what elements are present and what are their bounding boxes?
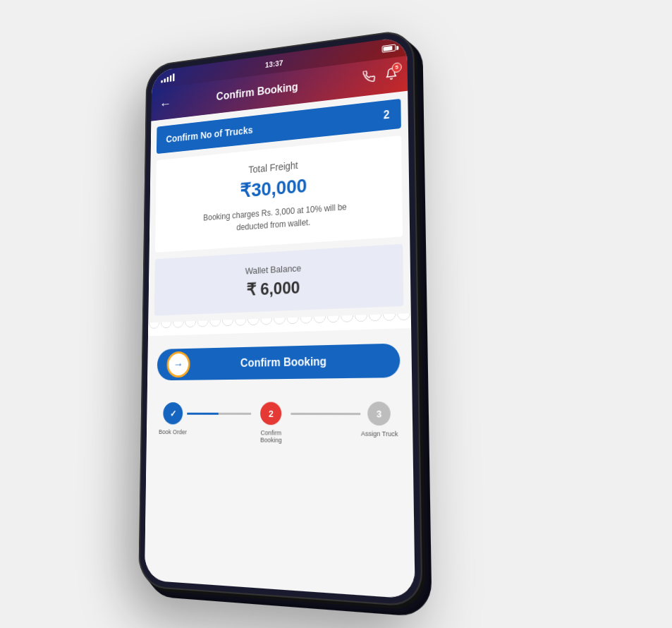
carrier-text [161, 73, 174, 83]
battery-indicator [381, 44, 396, 52]
phone-inner: 13:37 ← Confirm Booking [144, 36, 415, 599]
status-time: 13:37 [264, 59, 282, 69]
step-3-label: Assign Truck [360, 430, 398, 437]
step-1-circle: ✓ [163, 402, 183, 424]
freight-section: Total Freight ₹30,000 Booking charges Rs… [155, 135, 403, 253]
notification-icon[interactable]: 5 [384, 66, 397, 84]
notification-badge: 5 [391, 61, 401, 73]
step-confirm-booking: 2 Confirm Booking [251, 402, 291, 445]
zigzag-separator [147, 313, 410, 336]
trucks-count: 2 [383, 109, 389, 122]
confirm-btn-label: Confirm Booking [240, 355, 326, 369]
phone-icon[interactable] [362, 69, 375, 87]
freight-note: Booking charges Rs. 3,000 at 10% will be… [197, 200, 353, 237]
scene: 13:37 ← Confirm Booking [90, 25, 583, 603]
step-2-circle: 2 [260, 402, 281, 425]
step-3-circle: 3 [367, 401, 391, 425]
header-icons: 5 [362, 66, 397, 87]
phone-outer: 13:37 ← Confirm Booking [138, 28, 422, 608]
step-book-order: ✓ Book Order [159, 402, 187, 435]
steps-section: ✓ Book Order 2 Confirm Booking 3 [146, 392, 413, 461]
arrow-icon: → [173, 358, 183, 371]
phone-mockup: 13:37 ← Confirm Booking [138, 28, 422, 608]
confirm-button-wrap: → Confirm Booking [157, 343, 400, 380]
wallet-section: Wallet Balance ₹ 6,000 [154, 244, 403, 316]
phone-content: ← Confirm Booking [144, 56, 415, 599]
confirm-booking-button[interactable]: → Confirm Booking [157, 343, 400, 380]
step-1-label: Book Order [159, 428, 187, 435]
trucks-label: Confirm No of Trucks [166, 124, 252, 144]
step-assign-truck: 3 Assign Truck [360, 401, 398, 437]
step-2-label: Confirm Booking [251, 429, 291, 444]
arrow-circle: → [166, 351, 190, 378]
step-connector-2 [291, 413, 360, 415]
step-connector-1 [187, 413, 251, 415]
main-content: Confirm No of Trucks 2 Total Freight ₹30… [144, 91, 415, 599]
